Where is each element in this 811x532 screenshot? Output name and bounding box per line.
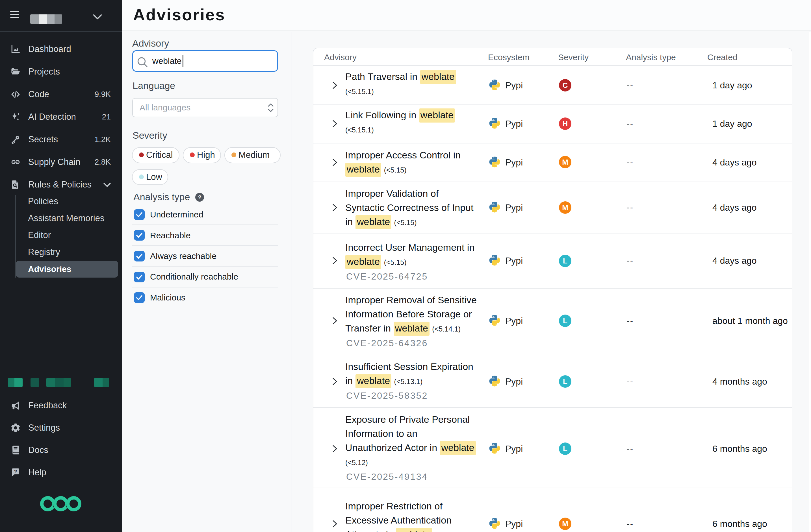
- svg-text:?: ?: [14, 469, 17, 474]
